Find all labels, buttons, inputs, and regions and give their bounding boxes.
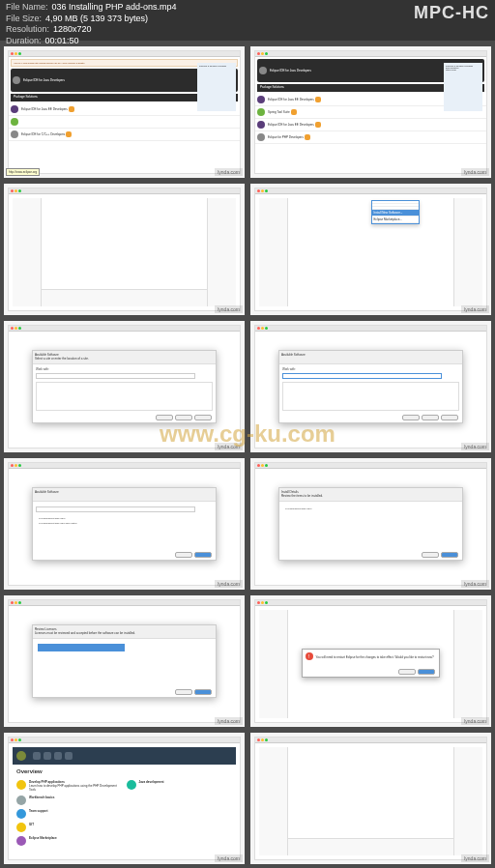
nav-icon[interactable] (33, 752, 41, 760)
thumb-eclipse-php-perspective[interactable]: lynda.com (250, 733, 491, 864)
next-button[interactable] (422, 415, 439, 420)
marketplace-icon (16, 836, 26, 846)
menu-install-software[interactable]: Install New Software... (372, 210, 419, 217)
install-dialog: Available Software Select a site or ente… (32, 350, 217, 423)
menu-marketplace[interactable]: Eclipse Marketplace... (372, 217, 419, 223)
license-dialog: Review Licenses Licenses must be reviewe… (32, 624, 217, 698)
review-dialog: Install Details Review the items to be i… (278, 487, 463, 561)
filename-value: 036 Installing PHP add-ons.mp4 (52, 2, 177, 14)
watermark: lynda.com (215, 717, 243, 725)
cancel-button[interactable] (441, 415, 458, 420)
items-list: PHP Development Tools (PDT) (284, 506, 369, 515)
thumb-install-dialog-list[interactable]: Available Software PHP Development Tools… (4, 458, 245, 590)
thumbnail-grid: Mac OS X users please note: Eclipse requ… (4, 46, 491, 864)
next-button[interactable] (194, 552, 212, 558)
filesize-label: File Size: (6, 14, 42, 25)
filesize-value: 4,90 MB (5 139 373 bytes) (45, 14, 148, 25)
downloads-sidebar: Compare & Combine Packages Documentation… (444, 63, 482, 111)
dialog-subtitle: Licenses must be reviewed and accepted b… (35, 631, 214, 635)
back-button[interactable] (156, 415, 173, 420)
finish-button[interactable] (194, 689, 212, 695)
app-title: MPC-HC (414, 2, 489, 24)
dialog-subtitle: Select a site or enter the location of a… (35, 357, 214, 361)
pkg-spring (9, 116, 240, 129)
watermark: lynda.com (461, 443, 489, 450)
overview-team[interactable]: Team support (16, 809, 123, 819)
license-text (129, 644, 212, 651)
dialog-title: Available Software (35, 490, 214, 494)
nav-icon[interactable] (44, 752, 51, 760)
watermark: lynda.com (461, 168, 489, 176)
nav-icon[interactable] (65, 752, 73, 760)
thumb-install-dialog-2[interactable]: Available Software Work with: lynda.com (250, 321, 491, 452)
watermark: lynda.com (215, 168, 243, 176)
file-info-header: File Name: 036 Installing PHP add-ons.mp… (0, 0, 495, 41)
workbench-icon (16, 796, 26, 805)
cancel-button[interactable] (175, 552, 192, 558)
outline-view[interactable] (453, 198, 482, 306)
name-column: PHP Development Tools (PDT) PHP Developm… (38, 516, 123, 526)
license-list[interactable] (38, 644, 125, 651)
resolution-value: 1280x720 (53, 24, 92, 36)
thumb-eclipse-downloads-2[interactable]: Eclipse IDE for Java Developers Package … (250, 46, 491, 178)
overview-marketplace[interactable]: Eclipse Marketplace (16, 836, 123, 846)
cancel-button[interactable] (194, 415, 212, 420)
thumb-welcome-overview[interactable]: Overview Develop PHP applications Learn … (4, 733, 245, 864)
thumb-eclipse-ide-empty[interactable]: lynda.com (4, 184, 245, 315)
thumb-eclipse-downloads-1[interactable]: Mac OS X users please note: Eclipse requ… (4, 46, 245, 178)
yes-button[interactable] (418, 669, 435, 675)
outline-view[interactable] (453, 747, 482, 855)
java-icon (127, 780, 136, 790)
help-menu-dropdown[interactable]: Install New Software... Eclipse Marketpl… (371, 200, 420, 224)
thumb-install-review[interactable]: Install Details Review the items to be i… (250, 458, 491, 590)
package-explorer[interactable] (13, 198, 42, 306)
pkg-cpp: Eclipse IDE for C/C++ Developers (9, 129, 240, 141)
overview-php[interactable]: Develop PHP applications Learn how to de… (16, 780, 123, 792)
site-combo[interactable] (36, 506, 195, 512)
thumb-license-review[interactable]: Review Licenses Licenses must be reviewe… (4, 595, 245, 727)
pkg-jee2: Eclipse IDE for Java EE Developers (255, 119, 486, 131)
software-list[interactable] (36, 382, 213, 411)
overview-workbench[interactable]: Workbench basics (16, 796, 123, 805)
duration-label: Duration: (6, 36, 42, 47)
site-combo[interactable] (282, 373, 442, 379)
thumb-eclipse-help-menu[interactable]: Install New Software... Eclipse Marketpl… (250, 184, 491, 315)
watermark: lynda.com (461, 854, 489, 862)
no-button[interactable] (398, 669, 416, 675)
next-button[interactable] (175, 415, 192, 420)
install-dialog: Available Software Work with: (278, 350, 463, 423)
duration-value: 00:01:50 (45, 36, 79, 47)
watermark: lynda.com (461, 305, 489, 313)
git-icon (16, 823, 26, 832)
team-icon (16, 809, 26, 819)
thumb-install-dialog-1[interactable]: Available Software Select a site or ente… (4, 321, 245, 452)
outline-view[interactable] (207, 198, 236, 306)
console-view[interactable] (288, 838, 453, 855)
software-list[interactable] (282, 382, 459, 411)
package-explorer[interactable] (259, 198, 288, 306)
back-button[interactable] (422, 552, 439, 558)
back-button[interactable] (402, 415, 420, 420)
welcome-banner (13, 747, 236, 765)
site-combo[interactable] (36, 373, 195, 379)
watermark: lynda.com (461, 717, 489, 725)
package-explorer[interactable] (259, 610, 288, 718)
outline-view[interactable] (453, 610, 482, 718)
php-icon (16, 780, 26, 790)
resolution-label: Resolution: (6, 24, 49, 36)
work-with-label: Work with: (282, 367, 296, 371)
problems-view[interactable] (42, 289, 207, 306)
eclipse-icon (13, 76, 20, 84)
cancel-button[interactable] (175, 689, 192, 695)
watermark: lynda.com (461, 580, 489, 588)
thumb-restart-popup[interactable]: ! You will need to restart Eclipse for t… (250, 595, 491, 727)
overview-git[interactable]: GIT (16, 823, 123, 832)
overview-java[interactable]: Java development (127, 780, 233, 792)
watermark: lynda.com (215, 305, 243, 313)
php-explorer[interactable] (259, 747, 288, 855)
pkg-php: Eclipse for PHP Developers (255, 131, 486, 144)
nav-icon[interactable] (54, 752, 62, 760)
next-button[interactable] (441, 552, 458, 558)
restart-message: You will need to restart Eclipse for the… (316, 655, 434, 659)
eclipse-logo-icon (16, 751, 26, 761)
